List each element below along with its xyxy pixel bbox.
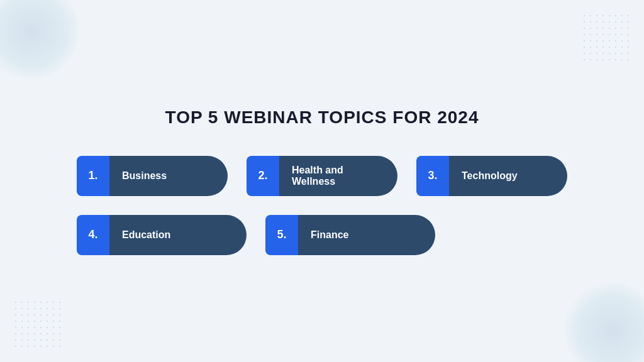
dots-top-right [581, 13, 631, 63]
topic-item-2: 2. Health and Wellness [247, 156, 397, 196]
topic-number-5: 5. [265, 215, 298, 255]
blob-bottom-right [562, 280, 644, 362]
topic-item-4: 4. Education [77, 215, 247, 255]
topics-row-1: 1. Business 2. Health and Wellness 3. Te… [77, 156, 567, 196]
topic-label-2: Health and Wellness [279, 156, 397, 196]
topic-label-1: Business [109, 156, 228, 196]
topic-number-2: 2. [247, 156, 279, 196]
topic-number-4: 4. [77, 215, 109, 255]
topic-item-1: 1. Business [77, 156, 228, 196]
topic-item-3: 3. Technology [416, 156, 567, 196]
blob-top-left [0, 0, 82, 82]
topic-number-3: 3. [416, 156, 449, 196]
topic-label-4: Education [109, 215, 247, 255]
topic-label-3: Technology [449, 156, 567, 196]
topic-label-5: Finance [298, 215, 435, 255]
page-title: TOP 5 WEBINAR TOPICS FOR 2024 [77, 107, 567, 128]
topics-row-2: 4. Education 5. Finance [77, 215, 567, 255]
topic-item-5: 5. Finance [265, 215, 435, 255]
dots-bottom-left [13, 299, 63, 349]
topic-number-1: 1. [77, 156, 109, 196]
page-container: TOP 5 WEBINAR TOPICS FOR 2024 1. Busines… [39, 82, 605, 280]
